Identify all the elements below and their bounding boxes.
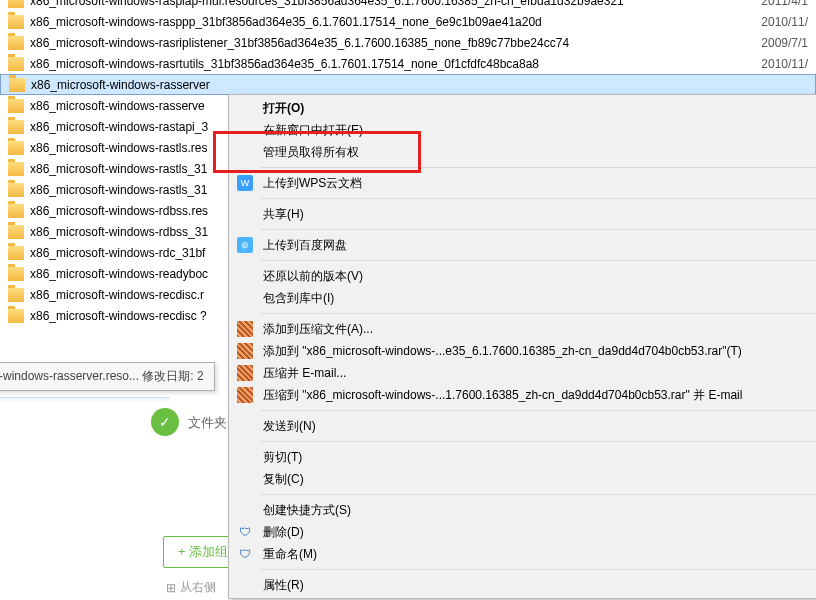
menu-open[interactable]: 打开(O): [229, 97, 816, 119]
menu-include-library[interactable]: 包含到库中(I)▶: [229, 287, 816, 309]
wps-icon: W: [237, 175, 253, 191]
menu-cut[interactable]: 剪切(T): [229, 446, 816, 468]
partial-text: 文件夹: [188, 414, 227, 432]
file-row[interactable]: x86_microsoft-windows-rasplap-mui.resour…: [0, 0, 816, 11]
file-date: 2011/4/1: [761, 0, 808, 8]
menu-properties[interactable]: 属性(R): [229, 574, 816, 596]
file-name: x86_microsoft-windows-rasppp_31bf3856ad3…: [30, 15, 816, 29]
shield-icon: 🛡: [237, 524, 253, 540]
menu-upload-wps[interactable]: W 上传到WPS云文档: [229, 172, 816, 194]
menu-add-rar[interactable]: 添加到 "x86_microsoft-windows-...e35_6.1.76…: [229, 340, 816, 362]
folder-icon: [8, 204, 24, 218]
bottom-hint: ⊞从右侧: [166, 579, 216, 596]
file-tooltip: -windows-rasserver.reso... 修改日期: 2: [0, 362, 215, 391]
folder-icon: [8, 57, 24, 71]
folder-icon: [8, 309, 24, 323]
folder-icon: [8, 36, 24, 50]
folder-icon: [8, 246, 24, 260]
menu-restore-version[interactable]: 还原以前的版本(V): [229, 265, 816, 287]
folder-icon: [8, 183, 24, 197]
menu-open-new-window[interactable]: 在新窗口中打开(E): [229, 119, 816, 141]
menu-compress-to-email[interactable]: 压缩到 "x86_microsoft-windows-...1.7600.163…: [229, 384, 816, 406]
file-row[interactable]: x86_microsoft-windows-rasriplistener_31b…: [0, 32, 816, 53]
menu-upload-baidu[interactable]: ⊚ 上传到百度网盘: [229, 234, 816, 256]
folder-icon: [8, 141, 24, 155]
file-name: x86_microsoft-windows-rasriplistener_31b…: [30, 36, 816, 50]
rar-icon: [237, 387, 253, 403]
menu-delete[interactable]: 🛡 删除(D): [229, 521, 816, 543]
folder-icon: [8, 120, 24, 134]
rar-icon: [237, 321, 253, 337]
menu-rename[interactable]: 🛡 重命名(M): [229, 543, 816, 565]
file-row[interactable]: x86_microsoft-windows-rasrtutils_31bf385…: [0, 53, 816, 74]
file-name: x86_microsoft-windows-rasserver: [31, 78, 815, 92]
menu-admin-take-ownership[interactable]: 管理员取得所有权: [229, 141, 816, 163]
rar-icon: [237, 365, 253, 381]
below-panel: [0, 403, 228, 600]
shield-icon: 🛡: [237, 546, 253, 562]
file-row[interactable]: x86_microsoft-windows-rasserver: [0, 74, 816, 95]
menu-share[interactable]: 共享(H)▶: [229, 203, 816, 225]
folder-icon: [8, 99, 24, 113]
folder-icon: [8, 288, 24, 302]
file-name: x86_microsoft-windows-rasrtutils_31bf385…: [30, 57, 816, 71]
context-menu: 打开(O) 在新窗口中打开(E) 管理员取得所有权 W 上传到WPS云文档 共享…: [228, 94, 816, 599]
file-date: 2010/11/: [761, 57, 808, 71]
file-date: 2010/11/: [761, 15, 808, 29]
file-row[interactable]: x86_microsoft-windows-rasppp_31bf3856ad3…: [0, 11, 816, 32]
menu-compress-email[interactable]: 压缩并 E-mail...: [229, 362, 816, 384]
folder-icon: [8, 15, 24, 29]
folder-icon: [9, 78, 25, 92]
rar-icon: [237, 343, 253, 359]
file-name: x86_microsoft-windows-rasplap-mui.resour…: [30, 0, 816, 8]
menu-copy[interactable]: 复制(C): [229, 468, 816, 490]
folder-icon: [8, 267, 24, 281]
file-date: 2009/7/1: [761, 36, 808, 50]
check-icon: ✓: [151, 408, 179, 436]
menu-add-archive[interactable]: 添加到压缩文件(A)...: [229, 318, 816, 340]
folder-icon: [8, 0, 24, 8]
baidu-icon: ⊚: [237, 237, 253, 253]
folder-icon: [8, 225, 24, 239]
menu-create-shortcut[interactable]: 创建快捷方式(S): [229, 499, 816, 521]
menu-send-to[interactable]: 发送到(N)▶: [229, 415, 816, 437]
folder-icon: [8, 162, 24, 176]
